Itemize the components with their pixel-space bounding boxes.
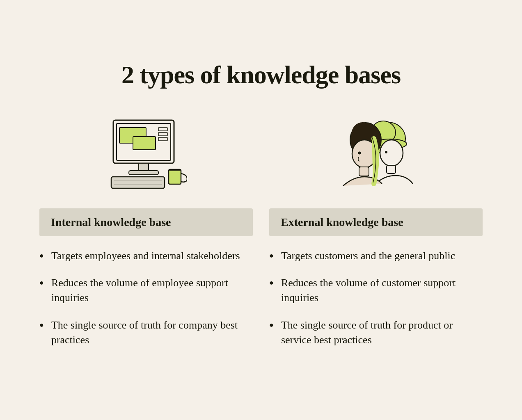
internal-icon-area (39, 110, 253, 200)
svg-rect-24 (359, 167, 369, 176)
computer-icon (105, 116, 187, 194)
svg-rect-6 (158, 137, 167, 141)
bullet-text: The single source of truth for company b… (51, 318, 253, 348)
svg-rect-7 (139, 163, 149, 171)
page-title: 2 types of knowledge bases (39, 60, 483, 89)
svg-rect-9 (111, 177, 165, 188)
internal-bullet-list: Targets employees and internal stakehold… (39, 249, 253, 348)
list-item: The single source of truth for company b… (39, 318, 253, 348)
svg-rect-5 (158, 132, 167, 136)
svg-point-17 (380, 140, 403, 166)
list-item: The single source of truth for product o… (269, 318, 483, 348)
svg-rect-4 (158, 128, 167, 131)
list-item: Targets employees and internal stakehold… (39, 249, 253, 263)
svg-rect-19 (387, 165, 396, 173)
list-item: Reduces the volume of employee support i… (39, 276, 253, 306)
page-container: 2 types of knowledge bases (15, 44, 507, 377)
bullet-text: The single source of truth for product o… (281, 318, 483, 348)
svg-rect-8 (129, 171, 158, 175)
list-item: Reduces the volume of customer support i… (269, 276, 483, 306)
svg-rect-12 (169, 169, 181, 184)
people-icon (335, 116, 417, 194)
columns-layout: Internal knowledge base Targets employee… (39, 110, 483, 360)
bullet-text: Reduces the volume of employee support i… (51, 276, 253, 306)
bullet-text: Targets employees and internal stakehold… (51, 249, 240, 263)
external-icon-area (269, 110, 483, 200)
internal-header: Internal knowledge base (39, 208, 253, 236)
svg-rect-3 (133, 137, 156, 150)
svg-point-23 (358, 151, 361, 154)
external-header: External knowledge base (269, 208, 483, 236)
external-bullet-list: Targets customers and the general public… (269, 249, 483, 348)
external-column: External knowledge base Targets customer… (269, 110, 483, 360)
svg-point-18 (385, 151, 387, 153)
bullet-text: Targets customers and the general public (281, 249, 455, 263)
internal-column: Internal knowledge base Targets employee… (39, 110, 253, 360)
external-header-title: External knowledge base (281, 216, 403, 228)
list-item: Targets customers and the general public (269, 249, 483, 263)
internal-header-title: Internal knowledge base (51, 216, 171, 228)
bullet-text: Reduces the volume of customer support i… (281, 276, 483, 306)
